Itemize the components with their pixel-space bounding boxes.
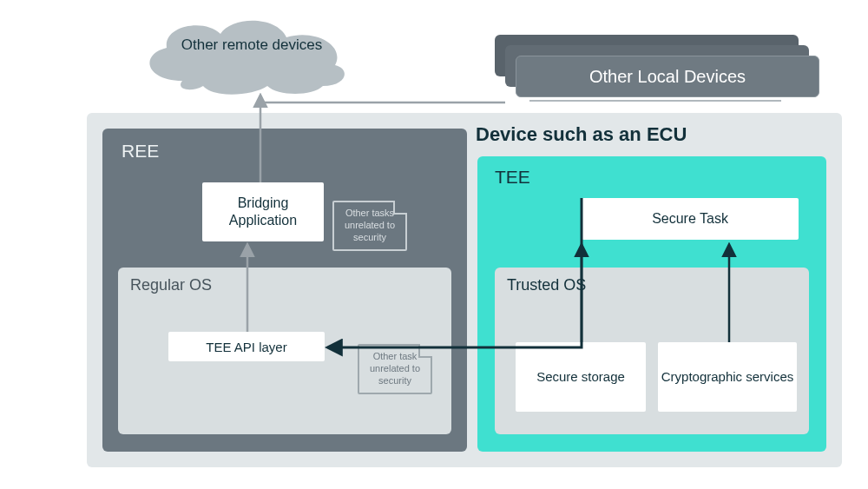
ree-container: REE Bridging Application Other tasks unr… <box>102 129 467 452</box>
cloud-icon <box>130 13 356 100</box>
crypto-services-box: Cryptographic services <box>658 342 797 412</box>
note-other-tasks-2: Other task unrelated to security <box>358 344 432 394</box>
secure-task-label: Secure Task <box>652 211 728 227</box>
bridging-application-box: Bridging Application <box>202 182 324 241</box>
ree-title: REE <box>122 141 159 162</box>
other-local-devices: Other Local Devices <box>495 35 825 91</box>
diagram-canvas: Other remote devices Other Local Devices… <box>0 0 868 489</box>
cloud-label: Other remote devices <box>174 36 330 54</box>
tee-container: TEE Secure Task Trusted OS Secure storag… <box>477 156 826 452</box>
secure-storage-box: Secure storage <box>516 342 646 412</box>
bridging-label: Bridging Application <box>202 195 324 229</box>
local-devices-underline <box>529 100 781 102</box>
tee-api-layer-box: TEE API layer <box>168 332 325 361</box>
local-device-card-front: Other Local Devices <box>516 56 819 97</box>
crypto-services-label: Cryptographic services <box>661 368 794 386</box>
tee-api-label: TEE API layer <box>206 340 286 354</box>
regular-os-container: Regular OS TEE API layer Other task unre… <box>118 268 451 434</box>
cloud-remote-devices: Other remote devices <box>130 13 356 96</box>
local-devices-label: Other Local Devices <box>589 67 746 87</box>
regular-os-title: Regular OS <box>130 276 212 294</box>
trusted-os-title: Trusted OS <box>507 276 586 294</box>
device-title: Device such as an ECU <box>476 123 687 146</box>
secure-storage-label: Secure storage <box>536 368 625 386</box>
note1-label: Other tasks unrelated to security <box>338 208 402 243</box>
device-container: Device such as an ECU REE Bridging Appli… <box>87 113 842 467</box>
note2-label: Other task unrelated to security <box>363 351 427 387</box>
tee-title: TEE <box>495 167 530 188</box>
secure-task-box: Secure Task <box>582 198 799 240</box>
trusted-os-container: Trusted OS Secure storage Cryptographic … <box>495 268 809 434</box>
note-other-tasks-1: Other tasks unrelated to security <box>332 201 407 251</box>
